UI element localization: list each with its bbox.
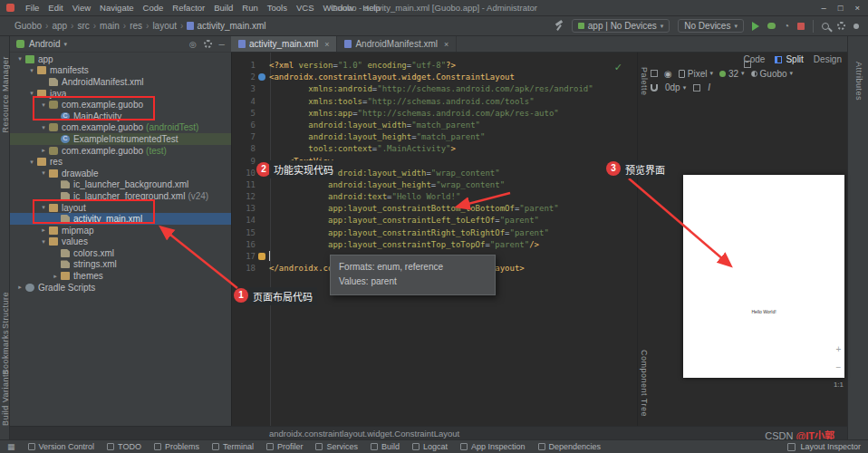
tree-item-com-example-guobo[interactable]: ▸com.example.guobo (test): [10, 145, 231, 157]
code-line-16[interactable]: 16 app:layout_constraintTop_toTopOf="par…: [232, 239, 637, 251]
editor-tab-activity-main-xml[interactable]: activity_main.xml×: [231, 36, 337, 52]
stop-button[interactable]: [797, 23, 805, 30]
guidelines-icon[interactable]: [693, 84, 700, 92]
debug-button[interactable]: [767, 23, 776, 29]
chevron-icon[interactable]: ▸: [39, 226, 48, 234]
chevron-icon[interactable]: ▾: [39, 238, 48, 246]
tree-item-themes[interactable]: ▸themes: [10, 270, 231, 282]
statusbar-item-logcat[interactable]: Logcat: [412, 442, 448, 451]
statusbar-item-version-control[interactable]: Version Control: [28, 442, 95, 451]
code-line-4[interactable]: 4 xmlns:tools="http://schemas.android.co…: [232, 96, 637, 108]
design-surface-icon[interactable]: [651, 70, 658, 77]
code-line-3[interactable]: 3 xmlns:android="http://schemas.android.…: [232, 83, 637, 95]
menu-edit[interactable]: Edit: [43, 3, 67, 13]
tree-item-ic-launcher-background-xml[interactable]: ic_launcher_background.xml: [10, 179, 231, 191]
menu-navigate[interactable]: Navigate: [95, 3, 139, 13]
autoconnect-magnet-icon[interactable]: [651, 84, 658, 92]
notifications-icon[interactable]: [854, 24, 859, 29]
chevron-icon[interactable]: ▾: [27, 67, 36, 74]
bulb-gutter-icon[interactable]: [258, 253, 265, 260]
zoom-in-button[interactable]: +: [836, 344, 842, 354]
xml-breadcrumb[interactable]: androidx.constraintlayout.widget.Constra…: [269, 429, 459, 439]
tree-item-mipmap[interactable]: ▸mipmap: [10, 225, 231, 236]
statusbar-item-problems[interactable]: Problems: [154, 442, 199, 451]
chevron-icon[interactable]: ▸: [15, 284, 24, 291]
statusbar-item-app-inspection[interactable]: App Inspection: [460, 442, 526, 451]
chevron-icon[interactable]: ▾: [27, 159, 36, 166]
breadcrumb-item-guobo[interactable]: Guobo: [14, 21, 42, 31]
menu-window[interactable]: Window: [319, 3, 359, 13]
breadcrumb-item-main[interactable]: main: [100, 21, 120, 31]
minimize-button[interactable]: –: [821, 3, 825, 13]
statusbar-item-build[interactable]: Build: [371, 442, 400, 451]
breadcrumb-item-src[interactable]: src: [77, 21, 89, 31]
select-opened-file-icon[interactable]: ◎: [189, 40, 197, 49]
code-editor[interactable]: 1<?xml version="1.0" encoding="utf-8"?>2…: [231, 53, 637, 426]
tree-item-colors-xml[interactable]: colors.xml: [10, 247, 231, 259]
tree-item-manifests[interactable]: ▾manifests: [10, 65, 231, 77]
statusbar-item-profiler[interactable]: Profiler: [266, 442, 304, 451]
build-hammer-icon[interactable]: [554, 21, 564, 31]
tree-item-gradle-scripts[interactable]: ▸Gradle Scripts: [10, 282, 231, 294]
inspections-ok-icon[interactable]: ✓: [614, 62, 622, 73]
code-line-6[interactable]: 6 android:layout_width="match_parent": [232, 120, 637, 131]
tree-item-res[interactable]: ▾res: [10, 156, 231, 168]
tab-bookmarks[interactable]: Bookmarks: [1, 330, 10, 375]
settings-gear-icon[interactable]: [837, 22, 845, 30]
menu-file[interactable]: File: [21, 3, 43, 13]
tree-item-values[interactable]: ▾values: [10, 236, 231, 248]
tab-palette[interactable]: Palette: [638, 67, 649, 96]
device-selector[interactable]: No Devices ▾: [678, 19, 744, 33]
profiler-icon[interactable]: ◔: [784, 21, 789, 31]
breadcrumb-item-layout[interactable]: layout: [152, 21, 177, 31]
editor-tab-androidmanifest-xml[interactable]: AndroidManifest.xml×: [337, 36, 457, 52]
tree-item-drawable[interactable]: ▾drawable: [10, 168, 231, 179]
chevron-icon[interactable]: ▸: [51, 273, 60, 280]
design-canvas[interactable]: Hello World!: [649, 93, 836, 426]
code-line-1[interactable]: 1<?xml version="1.0" encoding="utf-8"?>: [232, 60, 637, 72]
statusbar-item-services[interactable]: Services: [315, 442, 358, 451]
tab-attributes[interactable]: Attributes: [854, 62, 863, 101]
code-line-14[interactable]: 14 app:layout_constraintLeft_toLeftOf="p…: [232, 215, 637, 226]
code-line-11[interactable]: 11 android:layout_height="wrap_content": [232, 179, 637, 191]
statusbar-item-terminal[interactable]: Terminal: [212, 442, 254, 451]
mode-tab-code[interactable]: Code: [744, 54, 766, 64]
preview-gutter-icon[interactable]: [258, 73, 265, 81]
search-icon[interactable]: [822, 23, 829, 30]
menu-view[interactable]: View: [68, 3, 95, 13]
layout-inspector-button[interactable]: Layout Inspector: [787, 442, 861, 451]
code-line-12[interactable]: 12 android:text="Hello World!": [232, 191, 637, 203]
tree-item-app[interactable]: ▾app: [10, 53, 231, 65]
close-button[interactable]: ×: [854, 3, 860, 13]
chevron-icon[interactable]: ▾: [15, 55, 24, 63]
menu-refactor[interactable]: Refactor: [168, 3, 209, 13]
settings-gear-icon[interactable]: [204, 40, 212, 48]
api-level-menu[interactable]: 32 ▾: [719, 69, 745, 79]
tab-build-variants[interactable]: Build Variants: [1, 370, 10, 426]
code-line-13[interactable]: 13 app:layout_constraintBottom_toBottomO…: [232, 203, 637, 215]
device-menu[interactable]: Pixel ▾: [679, 69, 713, 79]
menu-vcs[interactable]: VCS: [292, 3, 319, 13]
statusbar-item-todo[interactable]: TODO: [107, 442, 141, 451]
theme-menu[interactable]: Guobo ▾: [751, 69, 794, 79]
menu-help[interactable]: Help: [358, 3, 385, 13]
tab-component-tree[interactable]: Component Tree: [638, 350, 649, 417]
project-view-selector[interactable]: Android: [29, 39, 60, 49]
menu-code[interactable]: Code: [139, 3, 169, 13]
zoom-ratio-button[interactable]: 1:1: [834, 381, 844, 389]
statusbar-item-dependencies[interactable]: Dependencies: [538, 442, 602, 451]
chevron-icon[interactable]: ▾: [39, 124, 48, 131]
device-preview-screen[interactable]: Hello World!: [683, 175, 844, 378]
breadcrumb-file[interactable]: activity_main.xml: [187, 21, 265, 31]
close-tab-icon[interactable]: ×: [324, 40, 329, 49]
code-line-2[interactable]: 2<androidx.constraintlayout.widget.Const…: [232, 72, 637, 83]
code-line-15[interactable]: 15 app:layout_constraintRight_toRightOf=…: [232, 227, 637, 239]
tree-item-com-example-guobo[interactable]: ▾com.example.guobo (androidTest): [10, 122, 231, 134]
mode-tab-split[interactable]: Split: [775, 54, 803, 64]
zoom-out-button[interactable]: −: [836, 362, 842, 372]
menu-tools[interactable]: Tools: [263, 3, 292, 13]
toolwindow-switcher-icon[interactable]: ▦: [7, 442, 15, 451]
code-line-7[interactable]: 7 android:layout_height="match_parent": [232, 131, 637, 143]
default-margin-selector[interactable]: 0dp ▾: [665, 82, 686, 92]
run-configuration-selector[interactable]: app | No Devices ▾: [572, 19, 670, 33]
